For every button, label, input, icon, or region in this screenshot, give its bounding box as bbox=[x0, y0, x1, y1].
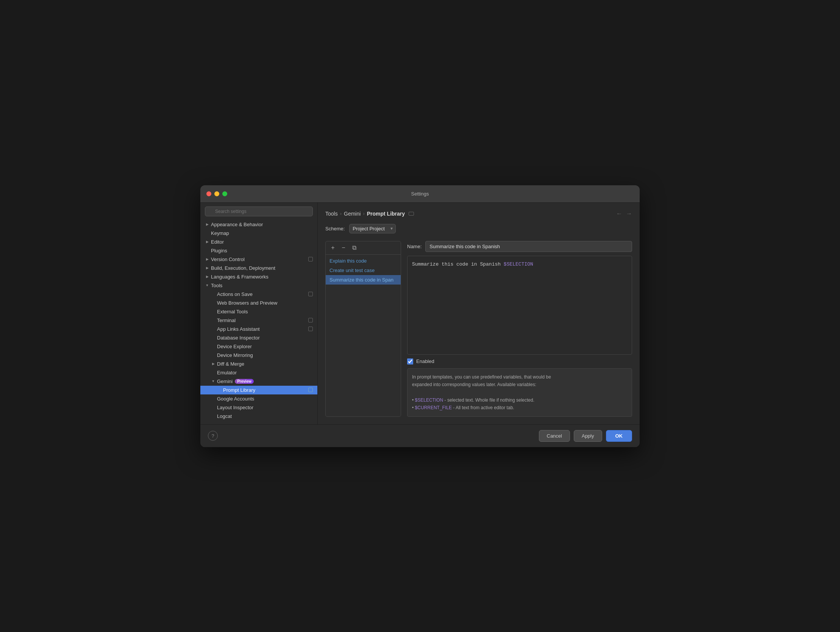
modified-icon bbox=[308, 292, 313, 296]
sidebar-item-label: Languages & Frameworks bbox=[211, 274, 268, 280]
search-input[interactable] bbox=[205, 206, 313, 216]
maximize-button[interactable] bbox=[222, 191, 227, 196]
sidebar-item-label: Plugins bbox=[211, 248, 227, 253]
sidebar-item-label: Google Accounts bbox=[217, 396, 254, 402]
sidebar-item-external-tools[interactable]: External Tools bbox=[201, 307, 317, 316]
sidebar: Appearance & Behavior Keymap Editor Plug… bbox=[201, 203, 318, 425]
info-line-2: expanded into corresponding values later… bbox=[412, 382, 536, 387]
arrow-icon bbox=[205, 222, 210, 227]
arrow-icon bbox=[211, 361, 215, 366]
sidebar-item-label: Prompt Library bbox=[223, 387, 255, 393]
sidebar-item-label: Actions on Save bbox=[217, 291, 253, 297]
sidebar-item-label: Tools bbox=[211, 283, 222, 288]
search-bar bbox=[205, 206, 313, 216]
prompt-item-explain[interactable]: Explain this code bbox=[326, 256, 401, 266]
name-input[interactable] bbox=[425, 241, 632, 252]
sidebar-item-logcat[interactable]: Logcat bbox=[201, 412, 317, 421]
title-bar: Settings bbox=[201, 185, 639, 203]
sidebar-item-label: Appearance & Behavior bbox=[211, 222, 263, 227]
traffic-lights bbox=[207, 191, 227, 196]
arrow-icon bbox=[205, 257, 210, 261]
sidebar-item-device-mirroring[interactable]: Device Mirroring bbox=[201, 351, 317, 360]
variable-highlight: $SELECTION bbox=[504, 261, 533, 267]
search-wrapper bbox=[205, 206, 313, 216]
scheme-select-wrapper: Project Project IDE bbox=[349, 224, 396, 233]
sidebar-item-version-control[interactable]: Version Control bbox=[201, 255, 317, 264]
sidebar-item-label: Device Explorer bbox=[217, 344, 252, 349]
sidebar-item-web-browsers[interactable]: Web Browsers and Preview bbox=[201, 299, 317, 307]
breadcrumb-row: Tools › Gemini › Prompt Library ← → bbox=[325, 210, 632, 217]
arrow-icon bbox=[205, 283, 210, 288]
prompt-area: + − ⧉ Explain this code Create unit test… bbox=[325, 241, 632, 417]
modified-icon bbox=[308, 326, 313, 331]
sidebar-item-layout-inspector[interactable]: Layout Inspector bbox=[201, 403, 317, 412]
var1-highlight: $SELECTION bbox=[415, 398, 444, 403]
sidebar-item-label: External Tools bbox=[217, 309, 248, 315]
breadcrumb-icon bbox=[409, 212, 414, 215]
sidebar-item-emulator[interactable]: Emulator bbox=[201, 368, 317, 377]
nav-back-button[interactable]: ← bbox=[616, 210, 622, 217]
apply-button[interactable]: Apply bbox=[574, 430, 602, 442]
modified-icon bbox=[308, 318, 313, 322]
name-label: Name: bbox=[407, 244, 422, 249]
close-button[interactable] bbox=[207, 191, 211, 196]
ok-button[interactable]: OK bbox=[606, 430, 632, 442]
sidebar-item-prompt-library[interactable]: Prompt Library bbox=[201, 386, 317, 394]
sidebar-item-google-accounts[interactable]: Google Accounts bbox=[201, 394, 317, 403]
sidebar-item-label: Diff & Merge bbox=[217, 361, 244, 367]
sidebar-item-languages[interactable]: Languages & Frameworks bbox=[201, 272, 317, 281]
prompt-editor-text[interactable]: Summarize this code in Spanish $SELECTIO… bbox=[407, 256, 632, 273]
sidebar-item-label: Web Browsers and Preview bbox=[217, 300, 277, 306]
sidebar-item-label: Logcat bbox=[217, 413, 232, 419]
nav-arrows: ← → bbox=[616, 210, 632, 217]
prompt-item-summarize[interactable]: Summarize this code in Span bbox=[326, 275, 401, 285]
sidebar-item-label: Device Mirroring bbox=[217, 352, 253, 358]
sidebar-item-actions-on-save[interactable]: Actions on Save bbox=[201, 290, 317, 299]
sidebar-item-app-links[interactable]: App Links Assistant bbox=[201, 325, 317, 333]
copy-prompt-button[interactable]: ⧉ bbox=[350, 244, 358, 252]
nav-forward-button[interactable]: → bbox=[626, 210, 632, 217]
cancel-button[interactable]: Cancel bbox=[539, 430, 570, 442]
sidebar-item-appearance[interactable]: Appearance & Behavior bbox=[201, 220, 317, 229]
name-row: Name: bbox=[407, 241, 632, 252]
enabled-checkbox[interactable] bbox=[407, 358, 413, 364]
sidebar-item-label: App Links Assistant bbox=[217, 326, 260, 332]
sidebar-item-plugins[interactable]: Plugins bbox=[201, 246, 317, 255]
sidebar-item-gemini[interactable]: Gemini Preview bbox=[201, 377, 317, 386]
prompt-list: Explain this code Create unit test case … bbox=[326, 255, 401, 417]
prompt-item-label: Summarize this code in Span bbox=[330, 277, 393, 283]
modified-icon bbox=[308, 257, 313, 261]
sidebar-item-editor[interactable]: Editor bbox=[201, 238, 317, 246]
prompt-detail: Name: Summarize this code in Spanish $SE… bbox=[407, 241, 632, 417]
info-line-1: In prompt templates, you can use predefi… bbox=[412, 374, 551, 380]
sidebar-item-tools[interactable]: Tools bbox=[201, 281, 317, 290]
remove-prompt-button[interactable]: − bbox=[339, 244, 348, 252]
minimize-button[interactable] bbox=[214, 191, 219, 196]
scheme-select[interactable]: Project Project IDE bbox=[349, 224, 396, 233]
sidebar-item-label: Keymap bbox=[211, 230, 229, 236]
prompt-editor-container: Summarize this code in Spanish $SELECTIO… bbox=[407, 256, 632, 355]
sidebar-item-database-inspector[interactable]: Database Inspector bbox=[201, 333, 317, 342]
sidebar-item-label: Terminal bbox=[217, 317, 235, 323]
scheme-row: Scheme: Project Project IDE bbox=[325, 224, 632, 233]
sidebar-item-label: Version Control bbox=[211, 257, 245, 262]
var2-highlight: $CURRENT_FILE bbox=[415, 405, 452, 410]
sidebar-item-label: Build, Execution, Deployment bbox=[211, 265, 275, 271]
breadcrumb-tools: Tools bbox=[325, 211, 338, 217]
add-prompt-button[interactable]: + bbox=[329, 244, 337, 252]
sidebar-item-label: Gemini bbox=[217, 379, 232, 384]
action-buttons: Cancel Apply OK bbox=[539, 430, 632, 442]
prompt-item-unit-test[interactable]: Create unit test case bbox=[326, 266, 401, 275]
sidebar-item-build[interactable]: Build, Execution, Deployment bbox=[201, 264, 317, 272]
sidebar-item-terminal[interactable]: Terminal bbox=[201, 316, 317, 325]
help-button[interactable]: ? bbox=[208, 431, 218, 441]
breadcrumb: Tools › Gemini › Prompt Library bbox=[325, 211, 414, 217]
sidebar-tree: Appearance & Behavior Keymap Editor Plug… bbox=[201, 220, 317, 421]
modified-icon bbox=[308, 388, 313, 392]
breadcrumb-sep-1: › bbox=[340, 211, 342, 216]
sidebar-item-device-explorer[interactable]: Device Explorer bbox=[201, 342, 317, 351]
breadcrumb-current: Prompt Library bbox=[367, 211, 405, 217]
sidebar-item-diff-merge[interactable]: Diff & Merge bbox=[201, 360, 317, 368]
info-box: In prompt templates, you can use predefi… bbox=[407, 368, 632, 417]
sidebar-item-keymap[interactable]: Keymap bbox=[201, 229, 317, 238]
